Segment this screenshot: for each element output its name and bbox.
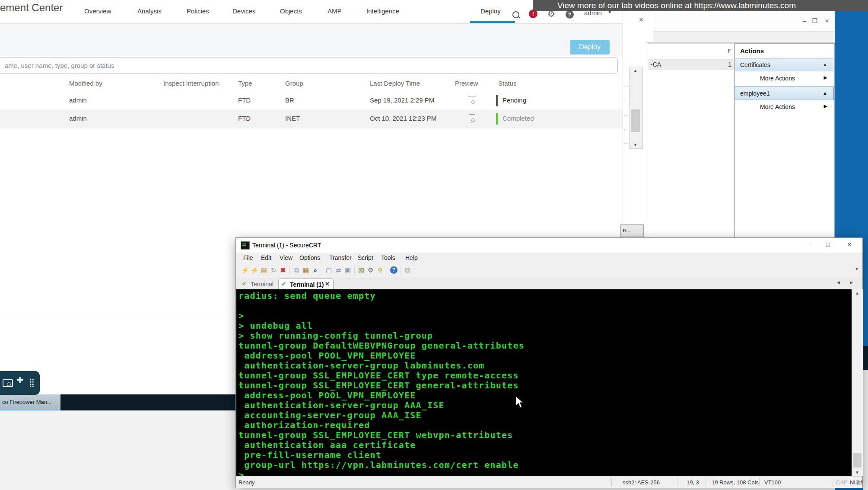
global-options-icon[interactable]: ⚙ (366, 266, 375, 275)
scrollbar-thumb[interactable] (853, 453, 862, 468)
certificate-list-header: E (648, 44, 734, 60)
menu-transfer[interactable]: Transfer (329, 254, 352, 261)
search-icon[interactable] (512, 11, 519, 18)
open-session-icon[interactable]: ▤ (259, 266, 269, 275)
add-icon[interactable]: + (16, 373, 23, 387)
minimize-button[interactable]: — (800, 241, 812, 250)
tab-label: Terminal (1) (290, 281, 324, 288)
more-actions-certificates[interactable]: More Actions ▶ (735, 71, 833, 84)
menu-help[interactable]: Help (405, 254, 418, 261)
table-row[interactable]: admin FTD BR Sep 19, 2021 2:29 PM Pendin… (0, 91, 623, 110)
inactive-tool-icon[interactable]: ▨ (403, 266, 412, 275)
resize-grip[interactable] (856, 480, 862, 485)
status-bar: Ready ssh2: AES-256 19, 3 19 Rows, 108 C… (236, 476, 862, 488)
reconnect-icon[interactable]: ↻ (269, 266, 278, 275)
group-label: Certificates (740, 61, 770, 68)
mouse-cursor (515, 396, 526, 410)
drag-handle-icon[interactable] (29, 378, 34, 387)
cell-modified-by: admin (69, 96, 87, 104)
background-window-fragment (863, 346, 868, 370)
nav-policies[interactable]: Policies (187, 7, 209, 15)
nav-overview[interactable]: Overview (84, 7, 111, 15)
actions-pane: Actions Certificates ▲ More Actions ▶ em… (734, 43, 835, 238)
menu-edit[interactable]: Edit (261, 254, 271, 261)
scroll-up-icon[interactable]: ▲ (855, 291, 859, 295)
menu-tools[interactable]: Tools (381, 254, 395, 261)
menu-item-label: More Actions (760, 75, 795, 82)
truncated-button[interactable]: e... (620, 224, 644, 237)
menu-file[interactable]: File (243, 254, 253, 261)
cell-type: FTD (238, 115, 251, 122)
toolbar-overflow-icon[interactable]: ▼ (855, 266, 859, 271)
scroll-up-icon[interactable]: ▲ (633, 68, 637, 73)
more-actions-employee1[interactable]: More Actions ▶ (735, 100, 833, 113)
session-options-icon[interactable]: ▧ (356, 266, 366, 275)
background-window-fragment-grey (863, 370, 868, 490)
nav-objects[interactable]: Objects (280, 7, 302, 15)
truncated-text: · (624, 127, 626, 132)
preview-icon[interactable] (469, 114, 475, 122)
tab-terminal[interactable]: ✔ Terminal (239, 279, 277, 289)
find-icon[interactable]: ⌕ (311, 266, 320, 275)
collapse-icon[interactable]: ▲ (823, 90, 827, 96)
quick-connect-icon[interactable]: ⚡ (240, 266, 250, 275)
fmc-navbar: ement Center Overview Analysis Policies … (0, 0, 623, 24)
screenshot-icon[interactable] (3, 379, 13, 387)
tab-scroll-right-icon[interactable]: ▶ (850, 280, 853, 285)
terminal-scrollbar[interactable]: ▲ ▼ (852, 289, 863, 476)
transfer-icon[interactable]: ⇄ (334, 266, 343, 275)
col-preview: Preview (455, 80, 478, 87)
col-modified-by: Modified by (69, 80, 102, 87)
table-row[interactable]: admin FTD INET Oct 10, 2021 12:23 PM Com… (0, 109, 623, 128)
scroll-down-icon[interactable]: ▼ (633, 143, 637, 147)
group-certificates[interactable]: Certificates ▲ (735, 58, 833, 71)
clone-session-icon[interactable]: ▢ (324, 266, 334, 275)
status-protocol: ssh2: AES-256 (623, 479, 660, 486)
cell-last-deploy-time: Oct 10, 2021 12:23 PM (370, 115, 436, 122)
deployment-search-input[interactable] (0, 57, 618, 74)
close-icon[interactable]: × (639, 15, 644, 25)
minimize-icon[interactable]: – (803, 17, 806, 24)
nav-intelligence[interactable]: Intelligence (366, 7, 399, 15)
close-icon[interactable]: × (825, 17, 829, 24)
group-employee1[interactable]: employee1 ▲ (735, 87, 833, 100)
taskbar: co Firepower Man... (0, 394, 236, 410)
nav-deploy[interactable]: Deploy (480, 7, 501, 15)
help-icon[interactable]: ? (390, 266, 397, 274)
menu-options[interactable]: Options (299, 254, 320, 261)
scroll-down-icon[interactable]: ▼ (855, 470, 859, 475)
connect-icon[interactable]: ⚡ (250, 266, 259, 275)
close-button[interactable]: × (843, 241, 855, 250)
menu-view[interactable]: View (280, 254, 293, 261)
menu-script[interactable]: Script (358, 254, 373, 261)
copy-icon[interactable]: ⧉ (292, 266, 301, 275)
paste-icon[interactable]: ▦ (301, 266, 311, 275)
maximize-button[interactable]: □ (822, 241, 834, 250)
nav-amp[interactable]: AMP (327, 7, 342, 15)
truncated-text: ·· (624, 113, 629, 118)
status-badge: Completed (502, 115, 534, 122)
nav-analysis[interactable]: Analysis (137, 7, 162, 15)
help-icon[interactable]: ? (566, 10, 574, 19)
disconnect-icon[interactable]: ✖ (278, 266, 288, 275)
titlebar[interactable]: Terminal (1) - SecureCRT — □ × (236, 238, 862, 253)
group-label: employee1 (740, 90, 770, 97)
status-screen-size: 19 Rows, 108 Cols (712, 479, 759, 486)
preview-icon[interactable] (469, 96, 475, 104)
key-agent-icon[interactable]: ⚲ (375, 266, 385, 275)
tab-scroll-left-icon[interactable]: ◀ (837, 280, 840, 285)
tab-terminal-1[interactable]: ✔ Terminal (1) ✕ (278, 279, 334, 290)
nav-devices[interactable]: Devices (232, 7, 255, 15)
taskbar-item-firepower[interactable]: co Firepower Man... (0, 394, 60, 410)
restore-icon[interactable]: ❐ (812, 17, 817, 24)
menu-item-label: More Actions (760, 103, 795, 110)
scrollbar-thumb[interactable] (631, 109, 640, 132)
terminal-screen[interactable]: radius: send queue empty > > undebug all… (236, 289, 852, 476)
certificate-row[interactable]: -CA 1 (648, 60, 734, 70)
collapse-icon[interactable]: ▲ (823, 62, 827, 67)
tab-close-icon[interactable]: ✕ (325, 281, 330, 287)
video-banner: View more of our lab videos online at ht… (533, 0, 868, 11)
print-icon[interactable]: ▣ (343, 266, 353, 275)
deploy-button[interactable]: Deploy (570, 40, 610, 54)
scrollbar-vertical[interactable]: ▲ ▼ (629, 67, 643, 149)
